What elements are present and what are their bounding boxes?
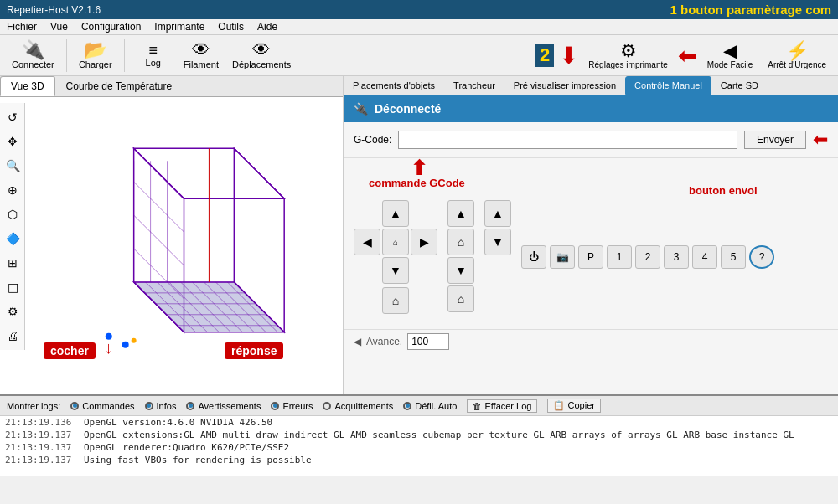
menu-configuration[interactable]: Configuration: [81, 21, 141, 33]
svg-text:↓: ↓: [242, 338, 251, 357]
log-line-2: 21:13:19.137 OpenGL renderer:Quadro K620…: [0, 441, 838, 454]
avance-label: ◀: [354, 336, 361, 347]
envoyer-button[interactable]: Envoyer: [744, 131, 806, 149]
filter-acquittements[interactable]: Acquittements: [323, 401, 393, 411]
move-left-button[interactable]: ◀: [354, 229, 380, 255]
move-right-button[interactable]: ▶: [411, 229, 437, 255]
menu-vue[interactable]: Vue: [50, 21, 68, 33]
arret-icon: ⚡: [786, 42, 809, 60]
connecter-button[interactable]: 🔌 Connecter: [7, 39, 59, 72]
home-all-button[interactable]: ⌂: [382, 287, 409, 314]
log-time-1: 21:13:19.137: [0, 429, 84, 441]
tab-placements[interactable]: Placements d'objets: [344, 76, 444, 95]
log-line-1: 21:13:19.137 OpenGL extensions:GL_AMD_mu…: [0, 429, 838, 441]
view-cube-icon[interactable]: ⬡: [2, 203, 23, 225]
zoom-icon[interactable]: 🔍: [2, 155, 23, 177]
extra-axis-container: ▲ ▼: [484, 200, 511, 255]
empty-bl: [354, 257, 380, 284]
move-down-button[interactable]: ▼: [382, 257, 409, 284]
deconnecte-icon: 🔌: [354, 102, 368, 116]
canvas-area: ↓ ↓: [25, 103, 343, 394]
num2-button[interactable]: 2: [635, 245, 660, 269]
charger-button[interactable]: 📂 Charger: [74, 39, 117, 72]
filter-infos[interactable]: Infos: [145, 401, 177, 411]
move-icon[interactable]: ✥: [2, 131, 23, 152]
filter-erreurs[interactable]: Erreurs: [271, 401, 313, 411]
log-msg-3: Using fast VBOs for rendering is possibl…: [84, 454, 312, 466]
reglages-imprimante-button[interactable]: ⚙ Réglages imprimante: [583, 39, 673, 72]
svg-text:↓: ↓: [105, 338, 113, 357]
filter-avertissements[interactable]: Avertissements: [186, 401, 261, 411]
montrer-logs-label: Montrer logs:: [7, 401, 60, 411]
z-down-button[interactable]: ▼: [447, 257, 474, 284]
reglages-label: Réglages imprimante: [588, 60, 668, 69]
annotation-2: 2: [535, 44, 554, 67]
connecter-label: Connecter: [12, 59, 54, 69]
menu-fichier[interactable]: Fichier: [7, 21, 37, 33]
menu-aide[interactable]: Aide: [257, 21, 277, 33]
tab-trancheur[interactable]: Trancheur: [444, 76, 504, 95]
radio-commandes: [70, 402, 79, 410]
tab-vue-3d[interactable]: Vue 3D: [0, 76, 55, 96]
effacer-log-button[interactable]: 🗑 Effacer Log: [467, 399, 537, 413]
view-3d-tabs: Vue 3D Courbe de Température: [0, 76, 343, 97]
charger-icon: 📂: [84, 41, 106, 59]
extra-down-button[interactable]: ▼: [484, 229, 511, 255]
grid-icon[interactable]: ⊞: [2, 252, 23, 274]
gcode-input[interactable]: [398, 131, 737, 149]
num3-button[interactable]: 3: [664, 245, 689, 269]
empty-br: [411, 257, 437, 284]
filament-button[interactable]: 👁 Filament: [178, 39, 224, 72]
mode-facile-button[interactable]: ◀ Mode Facile: [702, 39, 758, 72]
p-button[interactable]: P: [578, 245, 603, 269]
menu-imprimante[interactable]: Imprimante: [154, 21, 204, 33]
z-home2-button[interactable]: ⌂: [447, 285, 474, 312]
menu-bar: Fichier Vue Configuration Imprimante Out…: [0, 19, 838, 35]
log-time-2: 21:13:19.137: [0, 441, 84, 454]
left-icon-panel: ↺ ✥ 🔍 ⊕ ⬡ 🔷 ⊞ ◫ ⚙ 🖨: [0, 103, 25, 350]
tab-courbe-temperature[interactable]: Courbe de Température: [55, 76, 184, 96]
rotate-icon[interactable]: ↺: [2, 106, 23, 128]
arret-urgence-button[interactable]: ⚡ Arrêt d'Urgence: [763, 39, 831, 72]
filament-icon: 👁: [192, 41, 210, 59]
tab-carte-sd[interactable]: Carte SD: [711, 76, 768, 95]
xy-jog-container: ▲ ◀ ⌂ ▶ ▼ ⌂: [354, 200, 437, 314]
home-xy-button[interactable]: ⌂: [382, 229, 409, 255]
num1-button[interactable]: 1: [607, 245, 632, 269]
log-icon: ≡: [149, 43, 158, 58]
power-button[interactable]: ⏻: [521, 245, 546, 269]
deplacements-label: Déplacements: [232, 59, 291, 69]
zoom-fit-icon[interactable]: ⊕: [2, 179, 23, 201]
camera-button[interactable]: 📷: [550, 245, 575, 269]
log-msg-1: OpenGL extensions:GL_AMD_multi_draw_indi…: [84, 429, 794, 441]
avance-input[interactable]: [407, 333, 449, 350]
help-button[interactable]: ?: [749, 245, 774, 269]
z-home-button[interactable]: ⌂: [447, 229, 474, 255]
toolbar-sep-1: [66, 39, 67, 72]
log-button[interactable]: ≡ Log: [132, 40, 175, 70]
filter-defil-auto[interactable]: Défil. Auto: [403, 401, 457, 411]
log-label: Log: [146, 58, 161, 68]
annotation-banner: 1 bouton paramètrage com: [670, 3, 831, 17]
move-up-button[interactable]: ▲: [382, 200, 409, 227]
menu-outils[interactable]: Outils: [218, 21, 244, 33]
filter-commandes[interactable]: Commandes: [70, 401, 134, 411]
avance-text: Avance.: [366, 336, 402, 347]
settings2-icon[interactable]: ⚙: [2, 301, 23, 322]
tab-previsu[interactable]: Pré visualiser impression: [504, 76, 625, 95]
print-icon[interactable]: 🖨: [2, 325, 23, 347]
extra-up-button[interactable]: ▲: [484, 200, 511, 227]
num4-button[interactable]: 4: [692, 245, 717, 269]
deplacements-button[interactable]: 👁 Déplacements: [227, 39, 296, 72]
3d-view-svg: ↓ ↓: [25, 103, 343, 394]
toolbar-right: 2 ⬇ ⚙ Réglages imprimante ⬅ ◀ Mode Facil…: [535, 39, 831, 72]
log-line-3: 21:13:19.137 Using fast VBOs for renderi…: [0, 454, 838, 466]
arret-label: Arrêt d'Urgence: [768, 60, 826, 69]
down-arrow-annotation: ⬇: [559, 42, 578, 69]
tab-controle-manuel[interactable]: Contrôle Manuel: [625, 76, 711, 95]
num5-button[interactable]: 5: [721, 245, 746, 269]
copier-button[interactable]: 📋 Copier: [547, 399, 600, 413]
view-angle-icon[interactable]: 🔷: [2, 228, 23, 249]
z-up-button[interactable]: ▲: [447, 200, 474, 227]
layer-icon[interactable]: ◫: [2, 276, 23, 298]
